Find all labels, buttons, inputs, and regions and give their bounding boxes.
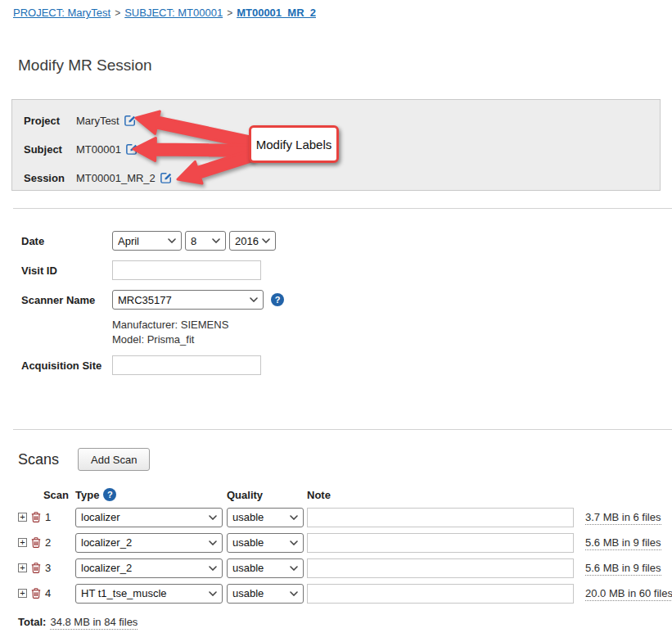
add-scan-button[interactable]: Add Scan (78, 448, 150, 471)
acquisition-site-input[interactable] (112, 355, 261, 375)
modify-labels-callout: Modify Labels (249, 125, 339, 163)
delete-scan-icon[interactable] (31, 537, 41, 548)
scan-quality-select[interactable]: usable (227, 508, 304, 527)
scan-type-select-wrap: localizer_2 (75, 533, 223, 553)
scan-row-controls: + 2 (15, 536, 75, 549)
scan-size-value[interactable]: 3.7 MB in 6 files (585, 511, 661, 525)
scan-size: 5.6 MB in 9 files (579, 562, 672, 574)
delete-scan-icon[interactable] (31, 588, 41, 599)
date-month-select[interactable]: April (112, 231, 182, 251)
scans-heading: Scans (18, 451, 59, 468)
edit-project-icon[interactable] (124, 115, 136, 126)
quality-column-header: Quality (227, 489, 307, 501)
scan-row: + 1 localizer usable (15, 504, 672, 530)
date-label: Date (21, 235, 112, 247)
scan-type-select[interactable]: localizer (75, 508, 223, 527)
scanner-select-wrap: MRC35177 (112, 290, 264, 310)
scan-size-value[interactable]: 5.6 MB in 9 files (585, 562, 661, 576)
project-label-row: Project MaryTest (24, 111, 660, 130)
scan-size-value[interactable]: 5.6 MB in 9 files (585, 536, 661, 550)
session-label: Session (24, 172, 76, 184)
scan-row: + 3 localizer_2 usable (15, 555, 672, 581)
scan-quality-select-wrap: usable (227, 508, 304, 527)
type-column-header: Type ? (75, 488, 227, 501)
scanner-select[interactable]: MRC35177 (112, 290, 264, 310)
scan-size: 3.7 MB in 6 files (579, 511, 672, 523)
scan-row-controls: + 3 (15, 562, 75, 574)
acquisition-site-row: Acquisition Site (0, 355, 672, 375)
section-divider (13, 208, 672, 209)
note-column-header: Note (307, 489, 579, 501)
edit-session-icon[interactable] (160, 172, 172, 183)
session-labels-panel: Project MaryTest Subject MT00001 Session… (11, 99, 661, 191)
delete-scan-icon[interactable] (31, 563, 41, 573)
scan-quality-select-wrap: usable (227, 558, 304, 578)
scanner-info: Manufacturer: SIEMENS Model: Prisma_fit (0, 318, 672, 347)
breadcrumb: PROJECT: MaryTest>SUBJECT: MT00001>MT000… (0, 0, 672, 19)
subject-label-row: Subject MT00001 (24, 139, 660, 159)
scanner-manufacturer: Manufacturer: SIEMENS (112, 318, 672, 332)
scan-note-input[interactable] (307, 584, 574, 604)
scan-number: 4 (45, 587, 51, 599)
breadcrumb-project-link[interactable]: PROJECT: MaryTest (13, 7, 110, 19)
breadcrumb-subject-link[interactable]: SUBJECT: MT00001 (124, 7, 223, 19)
scan-row: + 4 HT t1_tse_muscle usable (15, 581, 672, 606)
scan-size-value[interactable]: 20.0 MB in 60 files (585, 587, 672, 601)
scan-type-select-wrap: localizer (75, 508, 223, 527)
scan-column-header: Scan (43, 489, 75, 501)
scan-quality-select[interactable]: usable (227, 533, 304, 553)
visit-id-input[interactable] (112, 260, 261, 280)
scan-number: 2 (45, 536, 51, 549)
scan-quality-select[interactable]: usable (227, 558, 304, 578)
session-value: MT00001_MR_2 (76, 172, 156, 184)
scanner-model: Model: Prisma_fit (112, 332, 672, 347)
date-year-select-wrap: 2016 (229, 231, 276, 251)
visit-id-label: Visit ID (21, 265, 112, 277)
scan-number: 3 (45, 562, 51, 574)
scan-type-select[interactable]: HT t1_tse_muscle (75, 584, 223, 604)
date-day-select-wrap: 8 (185, 231, 226, 251)
scans-header: Scans Add Scan (18, 448, 672, 471)
page-title: Modify MR Session (18, 57, 672, 75)
date-day-select[interactable]: 8 (185, 231, 226, 251)
project-label: Project (24, 115, 76, 127)
scan-quality-select[interactable]: usable (227, 584, 304, 604)
type-column-label: Type (75, 489, 99, 501)
expand-scan-icon[interactable]: + (18, 538, 27, 547)
scan-type-select-wrap: HT t1_tse_muscle (75, 584, 223, 604)
scan-table-body: + 1 localizer usable (0, 504, 672, 606)
expand-scan-icon[interactable]: + (18, 563, 27, 572)
scan-table-header: Scan Type ? Quality Note (15, 488, 672, 501)
delete-scan-icon[interactable] (31, 512, 41, 522)
scan-type-select[interactable]: localizer_2 (75, 533, 223, 553)
expand-scan-icon[interactable]: + (18, 513, 27, 522)
scan-size: 20.0 MB in 60 files (579, 587, 672, 599)
type-help-icon[interactable]: ? (103, 488, 116, 501)
session-label-row: Session MT00001_MR_2 (24, 168, 660, 188)
section-divider (13, 429, 672, 430)
breadcrumb-session-link[interactable]: MT00001_MR_2 (237, 7, 316, 19)
scan-type-select[interactable]: localizer_2 (75, 558, 223, 578)
scan-size: 5.6 MB in 9 files (579, 536, 672, 549)
edit-subject-icon[interactable] (126, 143, 138, 155)
scan-note-input[interactable] (307, 508, 574, 527)
date-year-select[interactable]: 2016 (229, 231, 276, 251)
project-value: MaryTest (76, 115, 120, 127)
expand-scan-icon[interactable]: + (18, 589, 27, 598)
subject-value: MT00001 (76, 143, 121, 156)
total-value[interactable]: 34.8 MB in 84 files (50, 616, 138, 630)
breadcrumb-separator: > (115, 7, 120, 19)
scanner-help-icon[interactable]: ? (271, 293, 284, 306)
session-form: Date April 8 2016 Visit ID Scanner Name … (0, 231, 672, 375)
scan-note-input[interactable] (307, 533, 574, 553)
total-line: Total:34.8 MB in 84 files (18, 616, 672, 628)
scan-row-controls: + 1 (15, 511, 75, 523)
scan-quality-select-wrap: usable (227, 533, 304, 553)
total-label: Total: (18, 616, 46, 628)
date-month-select-wrap: April (112, 231, 182, 251)
subject-label: Subject (24, 143, 76, 156)
scan-row-controls: + 4 (15, 587, 75, 599)
scan-row: + 2 localizer_2 usable (15, 530, 672, 555)
scan-type-select-wrap: localizer_2 (75, 558, 223, 578)
scan-note-input[interactable] (307, 558, 574, 578)
